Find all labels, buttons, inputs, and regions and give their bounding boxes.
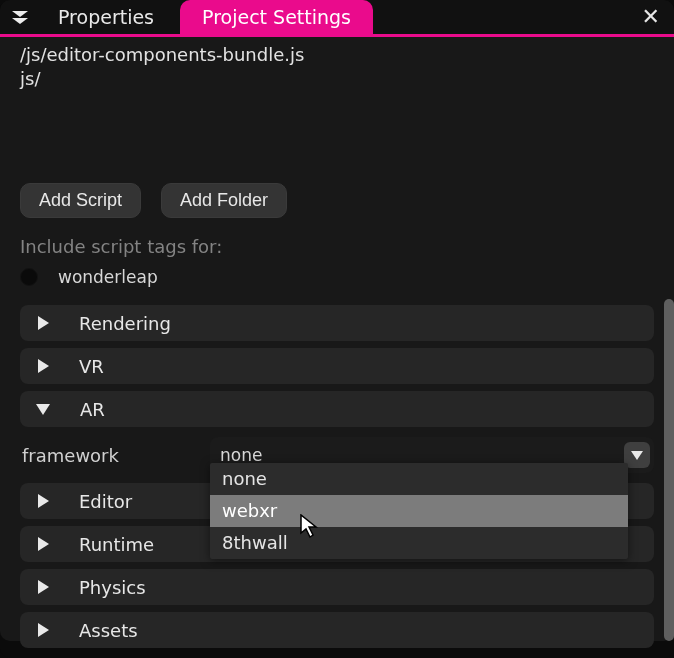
chevron-right-icon xyxy=(38,316,49,330)
chevron-right-icon xyxy=(38,537,49,551)
section-label: Editor xyxy=(79,491,132,512)
close-icon[interactable]: ✕ xyxy=(642,6,660,28)
add-folder-button[interactable]: Add Folder xyxy=(161,183,287,218)
section-assets[interactable]: Assets xyxy=(20,612,654,648)
framework-label: framework xyxy=(20,445,210,466)
tab-properties[interactable]: Properties xyxy=(36,0,176,34)
section-label: Rendering xyxy=(79,313,171,334)
framework-option-webxr[interactable]: webxr xyxy=(210,495,628,527)
project-settings-panel: /js/editor-components-bundle.js js/ Add … xyxy=(0,37,674,641)
include-tags-label: Include script tags for: xyxy=(20,236,654,257)
script-buttons-row: Add Script Add Folder xyxy=(20,183,654,218)
tab-bar: Properties Project Settings ✕ xyxy=(0,0,674,34)
panel-scrollbar[interactable] xyxy=(664,299,674,641)
chevron-right-icon xyxy=(38,580,49,594)
chevron-right-icon xyxy=(38,359,49,373)
svg-marker-1 xyxy=(12,18,28,24)
section-vr[interactable]: VR xyxy=(20,348,654,384)
include-tag-row: wonderleap xyxy=(20,267,654,287)
tab-project-settings[interactable]: Project Settings xyxy=(180,0,373,34)
wonderleap-checkbox[interactable] xyxy=(20,268,38,286)
section-label: Physics xyxy=(79,577,146,598)
settings-frame: Properties Project Settings ✕ /js/editor… xyxy=(0,0,674,658)
framework-option-none[interactable]: none xyxy=(210,463,628,495)
add-script-button[interactable]: Add Script xyxy=(20,183,141,218)
script-paths-list[interactable]: /js/editor-components-bundle.js js/ xyxy=(20,43,654,175)
section-rendering[interactable]: Rendering xyxy=(20,305,654,341)
section-label: Runtime xyxy=(79,534,154,555)
section-label: VR xyxy=(79,356,104,377)
section-physics[interactable]: Physics xyxy=(20,569,654,605)
chevron-down-icon xyxy=(36,404,50,415)
chevron-right-icon xyxy=(38,494,49,508)
framework-option-8thwall[interactable]: 8thwall xyxy=(210,527,628,559)
svg-marker-0 xyxy=(12,11,28,17)
framework-select-value: none xyxy=(220,445,262,465)
chevron-right-icon xyxy=(38,623,49,637)
list-item: js/ xyxy=(20,67,654,91)
section-ar[interactable]: AR xyxy=(20,391,654,427)
app-logo-icon xyxy=(4,0,36,34)
framework-dropdown: none webxr 8thwall xyxy=(210,463,628,559)
section-label: Assets xyxy=(79,620,138,641)
section-label: AR xyxy=(80,399,105,420)
include-tag-item-label: wonderleap xyxy=(58,267,158,287)
list-item: /js/editor-components-bundle.js xyxy=(20,43,654,67)
